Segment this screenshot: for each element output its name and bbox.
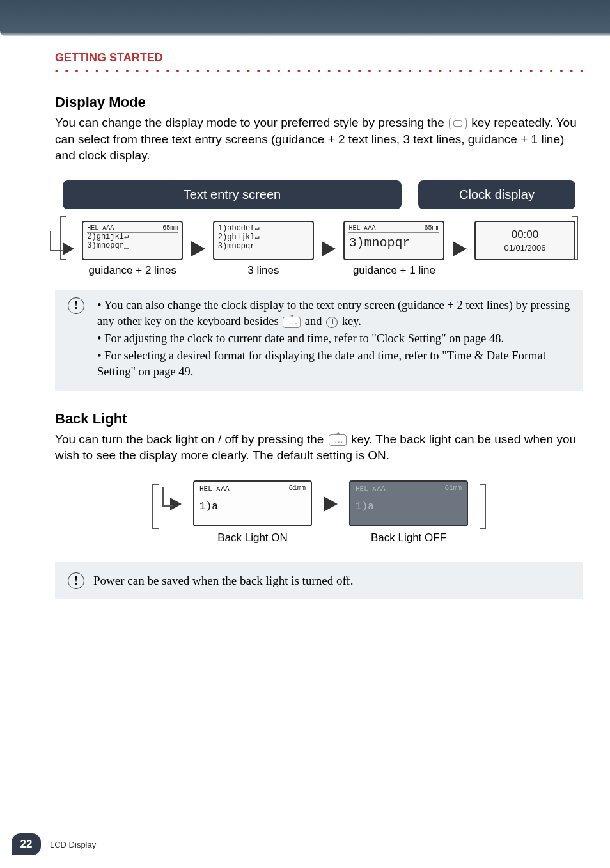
lcd2-line1: 1)abcdef↵	[218, 225, 309, 233]
lcd1-line2: 2)ghijkl↵	[87, 233, 178, 242]
top-banner	[0, 0, 610, 36]
page-number-badge: 22	[12, 833, 41, 855]
lcd1-topleft: HEL ᴀAA	[87, 225, 114, 232]
back-light-diagram: HEL ᴀAA61mm 1)a_ Back Light ON HEL ᴀAA61…	[55, 480, 583, 544]
back-light-note-box: ! Power can be saved when the back light…	[55, 562, 583, 599]
bracket-right-icon	[572, 216, 578, 260]
bracket-right-icon	[480, 484, 486, 529]
note-icon: !	[68, 297, 84, 314]
lcd1-line3: 3)mnopqr_	[87, 242, 178, 251]
display-mode-body: You can change the display mode to your …	[55, 114, 583, 164]
bl-on-line: 1)a_	[199, 501, 306, 512]
note-icon: !	[68, 572, 84, 589]
note1-mid: and	[305, 315, 325, 327]
arrow-icon	[453, 241, 467, 256]
bl-off-topright: 61mm	[445, 484, 462, 493]
dotted-divider: • • • • • • • • • • • • • • • • • • • • …	[55, 66, 583, 75]
caption-guidance-1line: guidance + 1 line	[353, 264, 435, 277]
light-key-icon	[329, 434, 347, 446]
lcd3-topright: 65mm	[424, 225, 439, 232]
note1-end: key.	[342, 315, 361, 327]
display-mode-heading: Display Mode	[55, 94, 583, 111]
display-mode-key-icon	[449, 118, 467, 129]
lcd2-line3: 3)mnopqr_	[218, 242, 309, 251]
arrow-start-icon	[170, 498, 182, 510]
bl-off-line: 1)a_	[356, 501, 462, 512]
arrow-icon	[322, 241, 336, 256]
lcd2-line2: 2)ghijkl↵	[218, 233, 309, 242]
lcd-screen-guidance-2lines: HEL ᴀAA65mm 2)ghijkl↵ 3)mnopqr_	[82, 221, 183, 260]
display-mode-body-pre: You can change the display mode to your …	[55, 116, 448, 129]
arrow-icon	[324, 496, 338, 512]
note-item-3: For selecting a desired format for displ…	[97, 348, 570, 380]
back-light-heading: Back Light	[55, 411, 583, 427]
display-mode-note-list: You can also change the clock display to…	[93, 297, 570, 381]
caption-3lines: 3 lines	[247, 264, 279, 277]
bracket-left-icon	[152, 484, 159, 529]
section-header: GETTING STARTED	[55, 51, 583, 65]
page-footer: 22 LCD Display	[12, 833, 96, 855]
caption-guidance-2lines: guidance + 2 lines	[89, 264, 177, 277]
bl-on-topright: 61mm	[289, 484, 306, 493]
lcd3-bigline: 3)mnopqr	[348, 233, 439, 250]
lcd-backlight-on: HEL ᴀAA61mm 1)a_	[193, 480, 312, 526]
arrow-icon	[191, 241, 205, 256]
back-light-body-pre: You can turn the back light on / off by …	[55, 432, 327, 446]
bl-off-topleft: HEL ᴀAA	[356, 484, 386, 493]
bl-on-topleft: HEL ᴀAA	[199, 484, 230, 493]
lcd3-topleft: HEL ᴀAA	[348, 225, 375, 232]
footer-title: LCD Display	[50, 840, 96, 849]
note-item-2: For adjusting the clock to current date …	[97, 331, 570, 347]
page-content: GETTING STARTED • • • • • • • • • • • • …	[0, 36, 610, 599]
caption-clock	[524, 264, 527, 277]
back-light-body: You can turn the back light on / off by …	[55, 431, 583, 464]
lcd-screen-3lines: 1)abcdef↵ 2)ghijkl↵ 3)mnopqr_	[213, 221, 314, 260]
display-mode-diagram: Text entry screen Clock display HEL ᴀAA6…	[63, 180, 575, 283]
bar-text-entry: Text entry screen	[63, 180, 402, 209]
lcd1-topright: 65mm	[162, 225, 178, 232]
light-key-icon	[283, 317, 301, 328]
arrow-start-icon	[63, 242, 74, 255]
lcd-screen-clock: 00:00 01/01/2006	[474, 221, 575, 260]
note-item-1: You can also change the clock display to…	[97, 297, 570, 329]
lcd-screen-guidance-1line: HEL ᴀAA65mm 3)mnopqr	[343, 221, 444, 260]
display-mode-note-box: ! You can also change the clock display …	[55, 290, 583, 391]
lcd4-time: 00:00	[480, 227, 570, 242]
bar-clock-display: Clock display	[418, 180, 575, 209]
caption-backlight-off: Back Light OFF	[371, 532, 446, 544]
back-light-note-text: Power can be saved when the back light i…	[93, 574, 353, 588]
power-key-icon	[326, 317, 338, 328]
lcd4-date: 01/01/2006	[480, 242, 570, 254]
caption-backlight-on: Back Light ON	[217, 532, 288, 544]
lcd-backlight-off: HEL ᴀAA61mm 1)a_	[349, 480, 468, 526]
